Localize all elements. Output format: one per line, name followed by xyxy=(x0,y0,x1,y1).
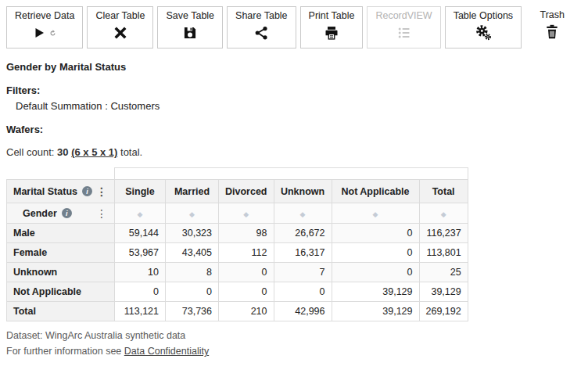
sort-icon[interactable]: ◆ xyxy=(373,210,378,218)
print-table-button[interactable]: Print Table xyxy=(300,6,364,48)
data-cell: 113,801 xyxy=(419,243,468,263)
data-cell: 73,736 xyxy=(166,302,219,321)
clear-table-button[interactable]: Clear Table xyxy=(87,6,153,48)
row-label[interactable]: Total xyxy=(7,302,115,321)
row-label[interactable]: Not Applicable xyxy=(7,282,115,302)
column-header-row: Marital Status i ⋮ Single Married Divorc… xyxy=(7,180,468,203)
info-note: For further information see Data Confide… xyxy=(6,346,582,357)
data-cell: 39,129 xyxy=(332,302,419,321)
data-cell: 42,996 xyxy=(274,302,332,321)
sort-cell: ◆ xyxy=(419,203,468,224)
column-header-not-applicable[interactable]: Not Applicable xyxy=(332,180,419,203)
sort-cell: ◆ xyxy=(274,203,332,224)
data-cell: 26,672 xyxy=(274,224,332,243)
cell-count-label: Cell count: xyxy=(6,146,54,158)
gender-dimension-row: Gender i ⋮ ◆ ◆ ◆ ◆ ◆ ◆ xyxy=(7,203,468,224)
toolbar: Retrieve Data Clear Table Save Table Sha… xyxy=(0,0,588,48)
col-dimension-label: Gender xyxy=(23,208,57,219)
gears-icon xyxy=(474,23,493,42)
save-icon xyxy=(182,23,198,42)
data-cell: 16,317 xyxy=(274,243,332,263)
data-cell: 25 xyxy=(419,263,468,282)
retrieve-data-button[interactable]: Retrieve Data xyxy=(6,6,83,48)
info-note-text: For further information see xyxy=(6,346,121,357)
data-cell: 0 xyxy=(219,282,274,302)
data-cell: 0 xyxy=(115,282,166,302)
sort-icon[interactable]: ◆ xyxy=(243,210,249,218)
data-cell: 112 xyxy=(219,243,274,263)
row-label[interactable]: Unknown xyxy=(7,263,115,282)
cell-count-suffix: total. xyxy=(120,146,142,158)
sort-cell: ◆ xyxy=(219,203,274,224)
filters-heading: Filters: xyxy=(6,84,582,96)
sort-cell: ◆ xyxy=(115,203,166,224)
table-row: Female 53,967 43,405 112 16,317 0 113,80… xyxy=(7,243,468,263)
column-header-married[interactable]: Married xyxy=(166,180,219,203)
data-cell: 39,129 xyxy=(332,282,419,302)
row-label[interactable]: Male xyxy=(7,224,115,243)
cell-count-line: Cell count: 30 (6 x 5 x 1) total. xyxy=(6,146,582,158)
data-cell: 43,405 xyxy=(166,243,219,263)
kebab-menu-icon[interactable]: ⋮ xyxy=(95,186,108,197)
row-dimension-header[interactable]: Marital Status i ⋮ xyxy=(7,180,115,203)
data-cell: 53,967 xyxy=(115,243,166,263)
share-table-button[interactable]: Share Table xyxy=(227,6,296,48)
data-cell: 0 xyxy=(219,263,274,282)
table-row: Not Applicable 0 0 0 0 39,129 39,129 xyxy=(7,282,468,302)
sort-icon[interactable]: ◆ xyxy=(189,210,195,218)
page-title: Gender by Marital Status xyxy=(6,61,582,73)
table-row: Unknown 10 8 0 7 0 25 xyxy=(7,263,468,282)
data-cell: 0 xyxy=(166,282,219,302)
data-cell: 269,192 xyxy=(419,302,468,321)
filters-value: Default Summation : Customers xyxy=(16,100,582,112)
column-header-total[interactable]: Total xyxy=(419,180,468,203)
sort-icon[interactable]: ◆ xyxy=(441,210,446,218)
data-cell: 0 xyxy=(332,224,419,243)
table-row: Male 59,144 30,323 98 26,672 0 116,237 xyxy=(7,224,468,243)
printer-icon xyxy=(324,23,339,42)
table-options-button[interactable]: Table Options xyxy=(445,6,522,48)
data-cell: 113,121 xyxy=(115,302,166,321)
row-label[interactable]: Female xyxy=(7,243,115,263)
data-cell: 7 xyxy=(274,263,332,282)
data-cell: 59,144 xyxy=(115,224,166,243)
info-icon[interactable]: i xyxy=(82,186,92,196)
data-cell: 116,237 xyxy=(419,224,468,243)
column-header-single[interactable]: Single xyxy=(115,180,166,203)
column-header-divorced[interactable]: Divorced xyxy=(219,180,274,203)
data-cell: 210 xyxy=(219,302,274,321)
data-cell: 0 xyxy=(332,263,419,282)
data-cell: 39,129 xyxy=(419,282,468,302)
data-cell: 98 xyxy=(219,224,274,243)
sort-icon[interactable]: ◆ xyxy=(300,210,306,218)
table-options-label: Table Options xyxy=(454,10,513,21)
dataset-note: Dataset: WingArc Australia synthetic dat… xyxy=(6,330,582,341)
trash-button[interactable]: Trash xyxy=(536,6,570,43)
sort-cell: ◆ xyxy=(332,203,419,224)
sort-cell: ◆ xyxy=(166,203,219,224)
trash-icon xyxy=(544,23,560,43)
data-cell: 30,323 xyxy=(166,224,219,243)
share-icon xyxy=(253,23,269,42)
recordview-label: RecordVIEW xyxy=(375,10,432,21)
data-cell: 10 xyxy=(115,263,166,282)
col-dimension-header[interactable]: Gender i ⋮ xyxy=(7,203,115,224)
table-row-total: Total 113,121 73,736 210 42,996 39,129 2… xyxy=(7,302,468,321)
cell-count-link[interactable]: (6 x 5 x 1) xyxy=(71,146,117,158)
info-icon[interactable]: i xyxy=(62,208,72,218)
row-dimension-label: Marital Status xyxy=(13,186,77,197)
retrieve-data-label: Retrieve Data xyxy=(15,10,74,21)
save-table-label: Save Table xyxy=(166,10,214,21)
data-confidentiality-link[interactable]: Data Confidentiality xyxy=(124,346,209,357)
column-header-unknown[interactable]: Unknown xyxy=(274,180,332,203)
play-refresh-icon xyxy=(32,23,58,42)
print-table-label: Print Table xyxy=(309,10,355,21)
data-table: Marital Status i ⋮ Single Married Divorc… xyxy=(6,167,468,321)
kebab-menu-icon[interactable]: ⋮ xyxy=(95,208,108,219)
cell-count-value: 30 xyxy=(57,146,68,158)
spanner-spacer xyxy=(7,168,115,180)
column-spanner-row xyxy=(7,168,468,180)
sort-icon[interactable]: ◆ xyxy=(138,210,143,218)
save-table-button[interactable]: Save Table xyxy=(157,6,223,48)
data-cell: 0 xyxy=(274,282,332,302)
